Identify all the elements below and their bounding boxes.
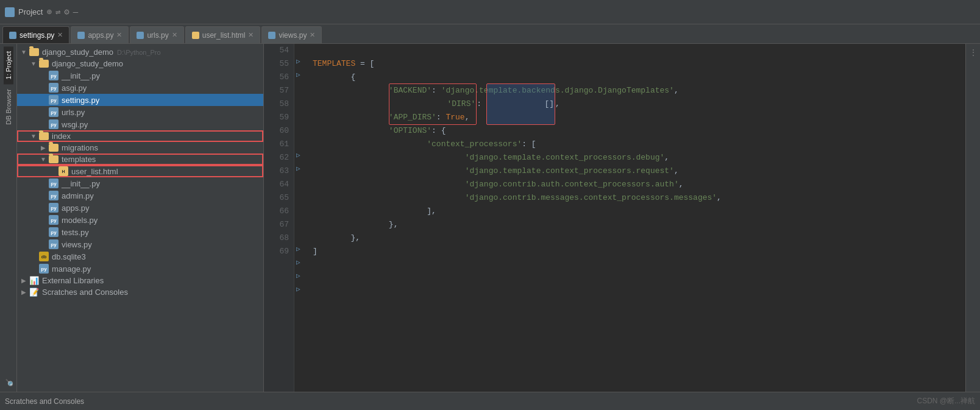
tree-item-admin[interactable]: ▶ py admin.py (17, 189, 263, 202)
tree-item-asgi[interactable]: ▶ py asgi.py (17, 82, 263, 94)
py-icon-wsgi: py (49, 119, 59, 129)
urls-tab-icon (137, 32, 144, 39)
views-tab-close[interactable]: ✕ (310, 31, 315, 39)
py-icon-asgi: py (49, 83, 59, 93)
code-templates-var: TEMPLATES (313, 57, 355, 71)
side-icon-1[interactable]: ⋮ (967, 46, 979, 58)
tree-label-manage: manage.py (52, 264, 91, 274)
folder-icon-templates (49, 155, 59, 163)
gutter-icon-67: ▷ (296, 258, 300, 266)
code-ctx-key: 'context_processors' (427, 138, 522, 151)
tree-label-root: django_study_demo (42, 48, 113, 57)
code-indent-67 (313, 218, 389, 232)
code-comma-59: , (465, 111, 470, 124)
tree-item-root[interactable]: ▼ django_study_demo D:\Python_Pro (17, 46, 263, 58)
sidebar-tab-search[interactable]: 🔍 (3, 374, 13, 392)
tree-item-user-list-html[interactable]: ▶ H user_list.html (17, 165, 263, 177)
tab-apps[interactable]: apps.py ✕ (71, 26, 129, 43)
code-indent-60 (313, 124, 389, 138)
code-content: 54 55 56 57 58 59 60 61 62 63 64 65 66 6… (264, 44, 965, 392)
scratches-icon: 📝 (29, 288, 39, 297)
folder-icon-root (29, 48, 39, 56)
tree-arrow-templates: ▼ (39, 155, 48, 164)
urls-tab-close[interactable]: ✕ (172, 31, 177, 39)
bottom-scratches-label: Scratches and Consoles (5, 397, 84, 406)
tree-path-root: D:\Python_Pro (117, 49, 161, 56)
tree-item-tests[interactable]: ▶ py tests.py (17, 226, 263, 238)
tree-item-scratches[interactable]: ▶ 📝 Scratches and Consoles (17, 286, 263, 298)
tree-item-manage[interactable]: ▶ py manage.py (17, 263, 263, 275)
ln-56: 56 (269, 71, 289, 84)
folder-icon-django (39, 60, 49, 68)
tree-item-index[interactable]: ▼ index (17, 130, 263, 142)
settings-tab-icon (9, 32, 16, 39)
py-icon-urls: py (49, 107, 59, 117)
apps-tab-close[interactable]: ✕ (116, 31, 122, 39)
tab-settings[interactable]: settings.py ✕ (2, 26, 69, 43)
tree-item-views-index[interactable]: ▶ py views.py (17, 238, 263, 250)
code-line-62: 'django.template.context_processors.debu… (313, 151, 960, 164)
tree-item-init[interactable]: ▶ py __init__.py (17, 69, 263, 82)
user-list-tab-close[interactable]: ✕ (248, 31, 254, 39)
project-icon (5, 7, 15, 17)
tree-label-scratches: Scratches and Consoles (42, 288, 128, 297)
tab-views[interactable]: views.py ✕ (261, 26, 322, 43)
code-indent-58 (313, 97, 389, 111)
tree-item-templates[interactable]: ▼ templates (17, 154, 263, 165)
tree-label-wsgi: wsgi.py (62, 120, 88, 129)
code-close-list: ], (427, 205, 436, 218)
tree-label-ext-libs: External Libraries (42, 276, 104, 285)
html-icon-user-list: H (59, 166, 68, 176)
tree-item-settings[interactable]: ▶ py settings.py (17, 94, 263, 106)
tree-item-urls[interactable]: ▶ py urls.py (17, 106, 263, 118)
code-lines[interactable]: TEMPLATES = [ { 'BACKEND' : 'django.temp… (308, 44, 965, 392)
settings-icon[interactable]: ⚙ (64, 7, 69, 17)
tree-label-index: index (52, 132, 71, 141)
folder-icon-migrations (49, 144, 59, 152)
tree-item-apps-index[interactable]: ▶ py apps.py (17, 202, 263, 214)
tree-item-db[interactable]: ▶ db db.sqlite3 (17, 250, 263, 263)
tree-item-django-folder[interactable]: ▼ django_study_demo (17, 58, 263, 69)
code-indent-56 (313, 71, 350, 84)
code-true: True (446, 111, 464, 124)
gutter-icon-69: ▷ (296, 285, 300, 293)
tree-item-models[interactable]: ▶ py models.py (17, 214, 263, 226)
settings-tab-close[interactable]: ✕ (57, 31, 63, 39)
py-icon-manage: py (39, 264, 49, 274)
code-comma-57: , (674, 84, 679, 97)
tab-user-list[interactable]: user_list.html ✕ (185, 26, 261, 43)
code-colon-61: : [ (522, 138, 536, 151)
tree-item-wsgi[interactable]: ▶ py wsgi.py (17, 118, 263, 130)
tree-label-urls: urls.py (62, 108, 85, 117)
tree-item-migrations[interactable]: ▶ migrations (17, 142, 263, 154)
code-close-bracket: ] (313, 245, 318, 258)
code-colon-60: : { (431, 124, 446, 138)
split-icon[interactable]: ⇌ (55, 7, 60, 17)
ln-66: 66 (269, 205, 289, 218)
tab-urls[interactable]: urls.py ✕ (130, 26, 183, 43)
tabs-bar: settings.py ✕ apps.py ✕ urls.py ✕ user_l… (0, 24, 980, 44)
code-line-65: 'django.contrib.messages.context_process… (313, 191, 960, 205)
apps-tab-label: apps.py (88, 31, 113, 40)
tree-label-models: models.py (62, 216, 98, 225)
code-editor[interactable]: 54 55 56 57 58 59 60 61 62 63 64 65 66 6… (264, 44, 965, 392)
tree-item-ext-libs[interactable]: ▶ 📊 External Libraries (17, 275, 263, 286)
tree-item-init2[interactable]: ▶ py __init__.py (17, 177, 263, 189)
code-indent-62 (313, 151, 465, 164)
sidebar-tab-project[interactable]: 1: Project (4, 46, 13, 84)
tree-label-db: db.sqlite3 (52, 252, 86, 261)
code-comma-64: , (679, 178, 684, 191)
sidebar-tab-db[interactable]: DB Browser (4, 84, 13, 130)
py-icon-views-index: py (49, 239, 59, 249)
minimize-icon[interactable]: — (73, 7, 78, 17)
code-line-64: 'django.contrib.auth.context_processors.… (313, 178, 960, 191)
apps-tab-icon (77, 32, 85, 39)
code-brace-open: { (350, 71, 355, 84)
folder-icon-index (39, 132, 49, 140)
add-icon[interactable]: ⊕ (46, 7, 51, 17)
db-icon: db (39, 252, 49, 261)
ln-61: 61 (269, 138, 289, 151)
code-line-58: 'DIRS' : [] , (313, 97, 960, 111)
watermark-text: CSDN @断...禅航 (917, 396, 975, 406)
ln-60: 60 (269, 124, 289, 138)
